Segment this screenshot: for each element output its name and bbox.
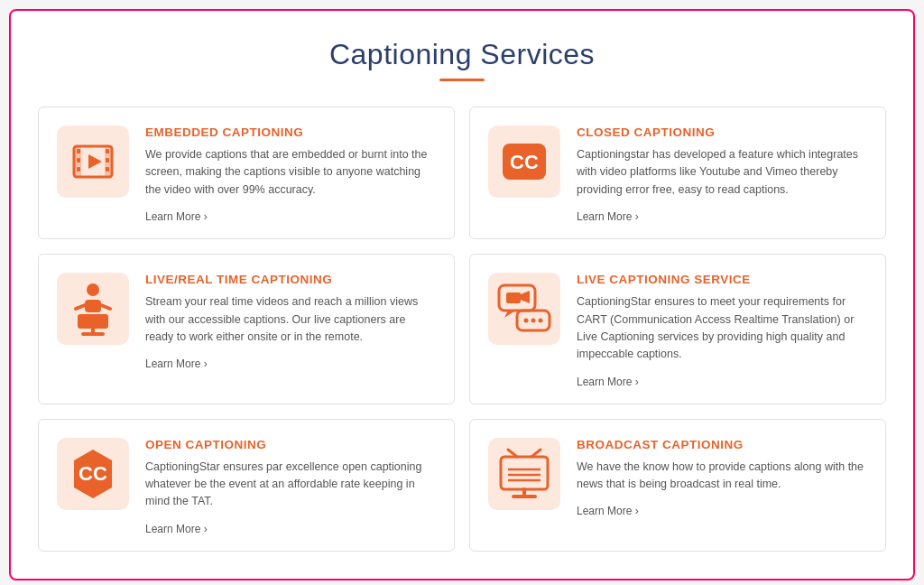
svg-rect-27 (501, 457, 548, 489)
broadcast-captioning-content: BROADCAST CAPTIONING We have the know ho… (577, 438, 867, 519)
svg-marker-9 (88, 154, 102, 169)
card-live-captioning-service: LIVE CAPTIONING SERVICE CaptioningStar e… (469, 254, 886, 404)
title-underline (439, 79, 485, 81)
live-captioning-service-content: LIVE CAPTIONING SERVICE CaptioningStar e… (577, 273, 867, 389)
open-captioning-title: OPEN CAPTIONING (145, 438, 436, 451)
main-container: Captioning Services EMBEDDED CAPTIONING (9, 9, 915, 580)
embedded-captioning-icon-wrap (57, 125, 129, 198)
svg-line-15 (101, 305, 110, 309)
open-captioning-content: OPEN CAPTIONING CaptioningStar ensures p… (145, 438, 436, 536)
live-real-time-captioning-title: LIVE/REAL TIME CAPTIONING (145, 273, 436, 286)
live-real-time-captioning-learn-more-link[interactable]: Learn More › (145, 358, 208, 370)
svg-rect-4 (77, 158, 80, 162)
closed-captioning-title: CLOSED CAPTIONING (577, 125, 867, 139)
closed-captioning-learn-more-link[interactable]: Learn More › (577, 210, 639, 223)
open-captioning-icon-wrap: CC (57, 438, 129, 510)
svg-rect-3 (77, 149, 80, 153)
svg-point-23 (524, 319, 529, 323)
svg-text:CC: CC (510, 151, 539, 173)
card-closed-captioning: CC CLOSED CAPTIONING Captioningstar has … (469, 107, 886, 239)
title-section: Captioning Services (38, 38, 886, 81)
svg-rect-20 (506, 292, 521, 303)
svg-rect-6 (106, 149, 109, 153)
closed-captioning-content: CLOSED CAPTIONING Captioningstar has dev… (577, 125, 867, 224)
card-embedded-captioning: EMBEDDED CAPTIONING We provide captions … (38, 107, 455, 239)
closed-captioning-icon-wrap: CC (488, 125, 560, 198)
svg-rect-13 (85, 300, 101, 312)
live-real-time-captioning-description: Stream your real time videos and reach a… (145, 293, 436, 346)
closed-captioning-description: Captioningstar has developed a feature w… (577, 146, 867, 199)
svg-marker-21 (521, 291, 530, 303)
embedded-captioning-learn-more-link[interactable]: Learn More › (145, 210, 208, 223)
page-title: Captioning Services (38, 38, 886, 71)
svg-rect-7 (106, 158, 109, 162)
live-captioning-service-title: LIVE CAPTIONING SERVICE (577, 273, 867, 286)
broadcast-captioning-description: We have the know how to provide captions… (577, 459, 867, 494)
live-captioning-service-learn-more-link[interactable]: Learn More › (577, 376, 639, 388)
broadcast-captioning-icon-wrap (488, 438, 560, 510)
embedded-captioning-content: EMBEDDED CAPTIONING We provide captions … (145, 125, 436, 224)
cards-grid: EMBEDDED CAPTIONING We provide captions … (38, 107, 886, 552)
card-live-real-time-captioning: LIVE/REAL TIME CAPTIONING Stream your re… (38, 254, 455, 404)
broadcast-captioning-title: BROADCAST CAPTIONING (577, 438, 867, 451)
embedded-captioning-description: We provide captions that are embedded or… (145, 146, 436, 199)
live-captioning-service-icon-wrap (488, 273, 560, 345)
svg-rect-5 (77, 167, 80, 172)
svg-point-24 (531, 319, 536, 323)
open-captioning-learn-more-link[interactable]: Learn More › (145, 523, 208, 535)
svg-line-14 (76, 305, 85, 309)
broadcast-captioning-learn-more-link[interactable]: Learn More › (577, 505, 639, 517)
svg-point-12 (87, 283, 99, 296)
svg-point-25 (539, 319, 543, 323)
svg-text:CC: CC (79, 462, 107, 485)
card-open-captioning: CC OPEN CAPTIONING CaptioningStar ensure… (38, 419, 455, 552)
svg-rect-8 (106, 167, 109, 172)
live-real-time-captioning-content: LIVE/REAL TIME CAPTIONING Stream your re… (145, 273, 436, 371)
live-real-time-captioning-icon-wrap (57, 273, 129, 345)
card-broadcast-captioning: BROADCAST CAPTIONING We have the know ho… (469, 419, 886, 552)
open-captioning-description: CaptioningStar ensures par excellence op… (145, 459, 436, 511)
embedded-captioning-title: EMBEDDED CAPTIONING (145, 125, 436, 139)
svg-rect-16 (78, 314, 108, 329)
live-captioning-service-description: CaptioningStar ensures to meet your requ… (577, 293, 867, 364)
